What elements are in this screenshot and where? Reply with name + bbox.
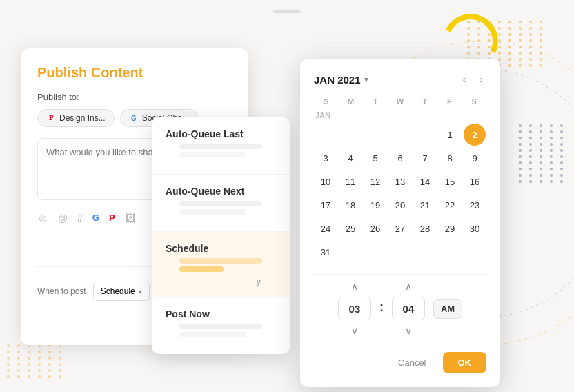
day-header-s1: S [314,97,339,106]
dots-right-middle: (function(){ const c = document.currentS… [519,124,567,183]
mention-icon[interactable]: @ [58,213,68,225]
hour-field: ∧ ∨ [338,282,371,335]
cal-day[interactable]: 18 [339,194,362,216]
cal-day[interactable]: 14 [414,170,436,193]
dots-bottom-left: (function(){ const c = document.currentS… [7,344,66,378]
cal-day[interactable]: 16 [464,170,486,193]
day-header-t2: T [413,97,437,106]
cal-day[interactable]: 5 [364,147,386,169]
emoji-icon[interactable]: ☺ [37,213,48,225]
cal-header: JAN 2021 ▾ ‹ › [314,72,486,86]
cal-day[interactable]: 1 [439,124,461,146]
dropdown-item-auto-queue-last[interactable]: Auto-Queue Last [152,117,290,175]
pinterest-add-icon[interactable]: P [109,213,115,225]
cal-month-title: JAN 2021 ▾ [314,74,368,86]
cal-day[interactable]: 21 [414,194,436,216]
cal-day[interactable]: 22 [439,194,461,216]
time-colon: : [379,300,384,317]
cal-day[interactable]: 31 [315,241,337,263]
image-icon[interactable]: 🖼 [125,213,136,225]
cal-day[interactable]: 15 [439,170,461,193]
publish-to-label: Publish to: [37,92,232,102]
google-add-icon[interactable]: G [92,213,99,225]
cal-day[interactable]: 27 [389,217,411,239]
day-header-s2: S [462,97,486,106]
cal-day[interactable]: 17 [315,194,337,216]
dropdown-item-label: Post Now [166,308,210,320]
dropdown-item-label: Schedule [166,243,208,254]
cal-day[interactable]: 23 [464,194,486,216]
day-header-t1: T [363,97,388,106]
cal-day[interactable]: 20 [389,194,411,216]
day-header-m: M [339,97,364,106]
time-picker: ∧ ∨ : ∧ ∨ AM [314,274,486,342]
cal-day[interactable]: 2 [464,124,486,146]
cal-day [414,124,436,146]
cal-day[interactable]: 4 [339,147,362,169]
dropdown-item-label: Auto-Queue Next [166,186,244,197]
cal-month-short-label: JAN [314,111,486,119]
cal-day[interactable]: 25 [339,217,362,239]
cal-prev-btn[interactable]: ‹ [459,72,470,86]
pinterest-icon: 𝐏 [46,113,56,123]
cal-next-btn[interactable]: › [476,72,486,86]
cal-day[interactable]: 28 [414,217,436,239]
hour-input[interactable] [338,297,371,320]
cal-footer: Cancel OK [314,352,486,373]
cal-day[interactable]: 7 [414,147,436,169]
dropdown-item-schedule[interactable]: Schedule y. [152,232,290,297]
hashtag-icon[interactable]: # [77,213,83,225]
cal-day[interactable]: 3 [315,147,337,169]
pinterest-label: Design Ins... [59,113,106,123]
cal-day[interactable]: 10 [315,170,337,193]
dropdown-panel: Auto-Queue Last Auto-Queue Next Schedule… [152,117,290,354]
cal-day[interactable]: 30 [464,217,486,239]
cancel-button[interactable]: Cancel [388,352,435,373]
panel-title: Publish Content [37,65,232,81]
minute-field: ∧ ∨ [392,282,425,335]
cal-day[interactable]: 26 [364,217,386,239]
minute-up-btn[interactable]: ∧ [405,282,412,291]
cal-day[interactable]: 6 [389,147,411,169]
chevron-down-icon: ▾ [139,288,142,295]
dropdown-item-auto-queue-next[interactable]: Auto-Queue Next [152,175,290,232]
dropdown-arrow-icon: ▾ [364,75,368,84]
hour-up-btn[interactable]: ∧ [351,282,358,291]
cal-day [364,124,386,146]
cal-day [315,124,337,146]
ampm-btn[interactable]: AM [433,299,462,319]
scroll-indicator [273,10,301,13]
minute-down-btn[interactable]: ∨ [405,326,412,335]
ok-button[interactable]: OK [443,352,487,373]
cal-day[interactable]: 29 [439,217,461,239]
schedule-value: Schedule [101,286,135,296]
hour-down-btn[interactable]: ∨ [351,326,358,335]
cal-day[interactable]: 9 [464,147,486,169]
cal-day[interactable]: 19 [364,194,386,216]
minute-input[interactable] [392,297,425,320]
cal-day [339,124,362,146]
cal-day[interactable]: 24 [315,217,337,239]
cal-day[interactable]: 11 [339,170,362,193]
cal-day[interactable]: 12 [364,170,386,193]
cal-month-label-text: JAN 2021 [314,74,361,86]
cal-grid-header: S M T W T F S [314,97,486,106]
schedule-dropdown[interactable]: Schedule ▾ [93,282,150,301]
cal-day [389,124,411,146]
when-label: When to post [37,286,86,296]
day-header-w: W [388,97,413,106]
dropdown-item-post-now[interactable]: Post Now [152,297,290,354]
cal-nav: ‹ › [459,72,486,86]
calendar-panel: JAN 2021 ▾ ‹ › S M T W T F S JAN 1234567… [300,59,500,387]
channel-pinterest[interactable]: 𝐏 Design Ins... [37,109,115,127]
google-icon: G [129,113,139,123]
cal-grid: 1234567891011121314151617181920212223242… [314,124,486,263]
cal-day[interactable]: 13 [389,170,411,193]
cal-day[interactable]: 8 [439,147,461,169]
dropdown-item-label: Auto-Queue Last [166,128,244,139]
day-header-f: F [437,97,462,106]
